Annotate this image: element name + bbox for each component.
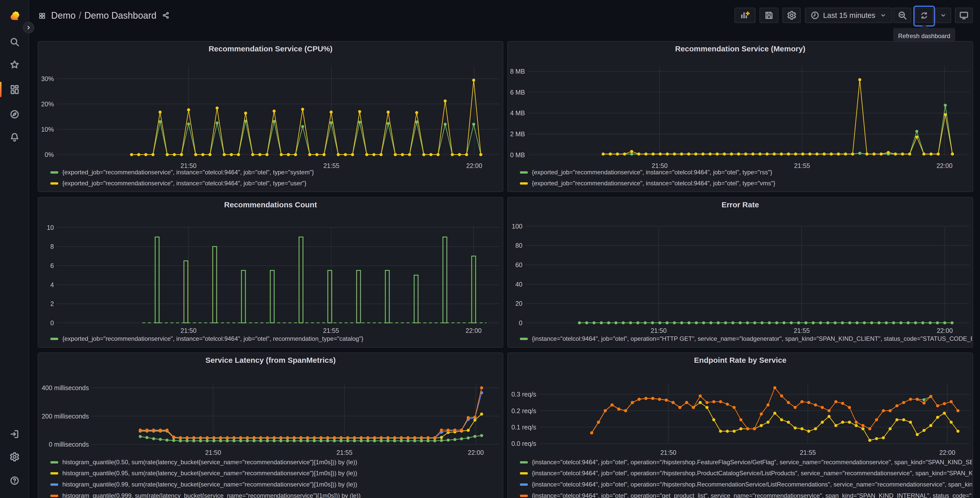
svg-text:21:55: 21:55 bbox=[323, 162, 339, 169]
svg-text:20%: 20% bbox=[41, 101, 54, 108]
svg-text:22:00: 22:00 bbox=[466, 162, 482, 169]
svg-text:30%: 30% bbox=[41, 75, 54, 82]
svg-text:0.3 req/s: 0.3 req/s bbox=[511, 391, 536, 398]
svg-text:4 MB: 4 MB bbox=[510, 109, 525, 117]
svg-text:22:00: 22:00 bbox=[939, 449, 956, 456]
svg-text:0%: 0% bbox=[45, 151, 54, 158]
svg-text:0.1 req/s: 0.1 req/s bbox=[511, 424, 536, 431]
svg-text:0.0 req/s: 0.0 req/s bbox=[511, 440, 536, 447]
svg-text:21:50: 21:50 bbox=[652, 162, 668, 169]
svg-text:10: 10 bbox=[47, 224, 54, 231]
svg-text:21:50: 21:50 bbox=[205, 449, 221, 456]
svg-text:40: 40 bbox=[515, 281, 522, 288]
svg-text:2 MB: 2 MB bbox=[510, 130, 525, 137]
svg-text:22:00: 22:00 bbox=[937, 327, 953, 334]
svg-text:400 milliseconds: 400 milliseconds bbox=[41, 384, 89, 391]
svg-text:0 MB: 0 MB bbox=[510, 152, 525, 158]
svg-text:4: 4 bbox=[50, 281, 54, 288]
svg-text:6 MB: 6 MB bbox=[510, 89, 525, 96]
svg-text:21:50: 21:50 bbox=[181, 162, 197, 169]
svg-text:21:50: 21:50 bbox=[651, 327, 667, 334]
svg-text:0: 0 bbox=[519, 319, 522, 326]
svg-text:0 milliseconds: 0 milliseconds bbox=[49, 441, 89, 448]
svg-text:21:55: 21:55 bbox=[336, 449, 353, 456]
svg-text:8 MB: 8 MB bbox=[510, 68, 525, 75]
svg-text:6: 6 bbox=[50, 262, 54, 269]
svg-text:21:55: 21:55 bbox=[323, 327, 339, 334]
svg-text:80: 80 bbox=[515, 242, 522, 249]
svg-text:22:00: 22:00 bbox=[937, 162, 953, 169]
svg-text:60: 60 bbox=[515, 261, 522, 268]
svg-text:21:50: 21:50 bbox=[181, 327, 197, 334]
svg-text:10%: 10% bbox=[41, 126, 54, 133]
svg-text:100: 100 bbox=[512, 223, 522, 230]
svg-text:22:00: 22:00 bbox=[468, 449, 484, 456]
svg-text:21:50: 21:50 bbox=[660, 449, 676, 456]
svg-text:21:55: 21:55 bbox=[800, 449, 816, 456]
svg-text:200 milliseconds: 200 milliseconds bbox=[41, 413, 89, 420]
svg-text:0: 0 bbox=[50, 319, 54, 326]
svg-text:21:55: 21:55 bbox=[794, 162, 810, 169]
svg-text:22:00: 22:00 bbox=[466, 327, 482, 334]
svg-text:20: 20 bbox=[515, 300, 522, 307]
svg-text:8: 8 bbox=[50, 243, 54, 250]
svg-text:0.2 req/s: 0.2 req/s bbox=[511, 407, 536, 414]
svg-text:21:55: 21:55 bbox=[794, 327, 810, 334]
svg-text:2: 2 bbox=[50, 300, 54, 307]
